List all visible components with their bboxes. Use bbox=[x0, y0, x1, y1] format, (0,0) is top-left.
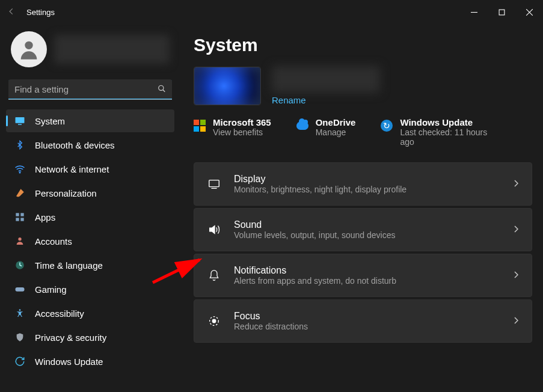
accessibility-icon bbox=[14, 308, 25, 319]
device-name-redacted bbox=[272, 66, 380, 93]
sound-icon bbox=[207, 223, 221, 236]
monitor-icon bbox=[14, 115, 25, 126]
svg-point-9 bbox=[19, 172, 20, 173]
wifi-icon bbox=[14, 164, 25, 174]
info-windows-update[interactable]: ↻ Windows Update Last checked: 11 hours … bbox=[381, 117, 501, 147]
svg-rect-1 bbox=[499, 10, 505, 15]
clock-globe-icon bbox=[14, 260, 25, 271]
info-title: Windows Update bbox=[400, 117, 501, 127]
sidebar-item-apps[interactable]: Apps bbox=[6, 206, 174, 228]
profile-name-redacted bbox=[54, 35, 170, 64]
search-input[interactable] bbox=[8, 79, 172, 100]
svg-rect-10 bbox=[16, 213, 19, 216]
card-sub: Alerts from apps and system, do not dist… bbox=[234, 276, 500, 286]
card-title: Focus bbox=[234, 311, 500, 322]
svg-rect-13 bbox=[20, 218, 23, 221]
info-title: Microsoft 365 bbox=[213, 117, 271, 127]
microsoft-logo-icon bbox=[194, 120, 206, 132]
rename-link[interactable]: Rename bbox=[272, 95, 380, 105]
nav-list: SystemBluetooth & devicesNetwork & inter… bbox=[6, 109, 174, 386]
settings-card-focus[interactable]: FocusReduce distractions bbox=[194, 299, 532, 343]
card-title: Sound bbox=[234, 219, 500, 230]
shield-icon bbox=[14, 332, 25, 343]
apps-icon bbox=[14, 212, 25, 222]
sidebar-item-accessibility[interactable]: Accessibility bbox=[6, 302, 174, 325]
sidebar-item-label: Privacy & security bbox=[35, 332, 106, 343]
titlebar: Settings bbox=[0, 0, 543, 24]
svg-rect-12 bbox=[16, 218, 19, 221]
svg-rect-16 bbox=[16, 287, 25, 292]
sidebar-item-label: System bbox=[35, 116, 65, 126]
chevron-right-icon bbox=[514, 180, 518, 189]
info-sub: Last checked: 11 hours ago bbox=[400, 127, 501, 147]
focus-icon bbox=[207, 314, 221, 328]
window-title: Settings bbox=[26, 8, 55, 17]
notifications-icon bbox=[207, 269, 221, 282]
svg-point-4 bbox=[25, 41, 32, 49]
search-icon bbox=[158, 85, 166, 95]
avatar bbox=[11, 31, 47, 67]
svg-point-17 bbox=[19, 309, 21, 311]
svg-point-5 bbox=[159, 85, 164, 90]
bluetooth-icon bbox=[14, 139, 25, 150]
settings-card-display[interactable]: DisplayMonitors, brightness, night light… bbox=[194, 162, 532, 206]
sidebar-item-system[interactable]: System bbox=[6, 109, 174, 132]
back-icon[interactable] bbox=[7, 7, 16, 17]
svg-point-14 bbox=[18, 237, 21, 240]
sidebar-item-label: Accounts bbox=[35, 236, 72, 247]
settings-card-sound[interactable]: SoundVolume levels, output, input, sound… bbox=[194, 208, 532, 251]
sidebar-item-label: Network & internet bbox=[35, 164, 109, 174]
sidebar-item-label: Bluetooth & devices bbox=[35, 140, 115, 150]
svg-line-6 bbox=[163, 90, 165, 92]
svg-point-21 bbox=[212, 319, 216, 323]
card-sub: Reduce distractions bbox=[234, 322, 500, 331]
card-sub: Volume levels, output, input, sound devi… bbox=[234, 230, 500, 240]
windows-update-icon: ↻ bbox=[381, 120, 393, 132]
gamepad-icon bbox=[14, 284, 25, 295]
main-content: System Rename Microsoft 365 View benefit… bbox=[180, 24, 543, 392]
info-onedrive[interactable]: OneDrive Manage bbox=[296, 117, 356, 147]
page-title: System bbox=[194, 35, 532, 55]
info-microsoft-365[interactable]: Microsoft 365 View benefits bbox=[194, 117, 271, 147]
sidebar-item-label: Apps bbox=[35, 212, 55, 222]
svg-rect-8 bbox=[18, 124, 22, 125]
display-icon bbox=[207, 177, 221, 191]
info-sub: View benefits bbox=[213, 127, 271, 137]
sidebar-item-gaming[interactable]: Gaming bbox=[6, 278, 174, 301]
sidebar-item-time-language[interactable]: Time & language bbox=[6, 254, 174, 277]
chevron-right-icon bbox=[514, 317, 518, 326]
device-thumbnail bbox=[194, 67, 261, 105]
sidebar: SystemBluetooth & devicesNetwork & inter… bbox=[0, 24, 180, 392]
info-row: Microsoft 365 View benefits OneDrive Man… bbox=[194, 117, 532, 147]
minimize-button[interactable] bbox=[460, 0, 488, 24]
card-sub: Monitors, brightness, night light, displ… bbox=[234, 185, 500, 194]
sidebar-item-network-internet[interactable]: Network & internet bbox=[6, 158, 174, 180]
chevron-right-icon bbox=[514, 271, 518, 280]
sidebar-item-label: Personalization bbox=[35, 188, 97, 198]
card-title: Display bbox=[234, 174, 500, 185]
settings-card-notifications[interactable]: NotificationsAlerts from apps and system… bbox=[194, 254, 532, 297]
sidebar-item-label: Accessibility bbox=[35, 308, 84, 319]
sidebar-item-accounts[interactable]: Accounts bbox=[6, 230, 174, 253]
sidebar-item-windows-update[interactable]: Windows Update bbox=[6, 350, 174, 373]
profile-block[interactable] bbox=[6, 24, 174, 79]
card-title: Notifications bbox=[234, 265, 500, 276]
close-button[interactable] bbox=[515, 0, 543, 24]
chevron-right-icon bbox=[514, 225, 518, 234]
svg-rect-18 bbox=[209, 180, 219, 187]
update-icon bbox=[14, 356, 25, 367]
info-sub: Manage bbox=[316, 127, 356, 137]
maximize-button[interactable] bbox=[488, 0, 515, 24]
sidebar-item-bluetooth-devices[interactable]: Bluetooth & devices bbox=[6, 133, 174, 156]
info-title: OneDrive bbox=[316, 117, 356, 127]
svg-rect-7 bbox=[16, 117, 25, 123]
onedrive-icon bbox=[296, 121, 308, 130]
sidebar-item-label: Gaming bbox=[35, 284, 67, 295]
search-box bbox=[8, 79, 172, 100]
paintbrush-icon bbox=[14, 188, 25, 198]
sidebar-item-personalization[interactable]: Personalization bbox=[6, 182, 174, 204]
sidebar-item-privacy-security[interactable]: Privacy & security bbox=[6, 326, 174, 349]
sidebar-item-label: Windows Update bbox=[35, 357, 103, 367]
settings-list: DisplayMonitors, brightness, night light… bbox=[194, 162, 532, 343]
sidebar-item-label: Time & language bbox=[35, 260, 103, 271]
